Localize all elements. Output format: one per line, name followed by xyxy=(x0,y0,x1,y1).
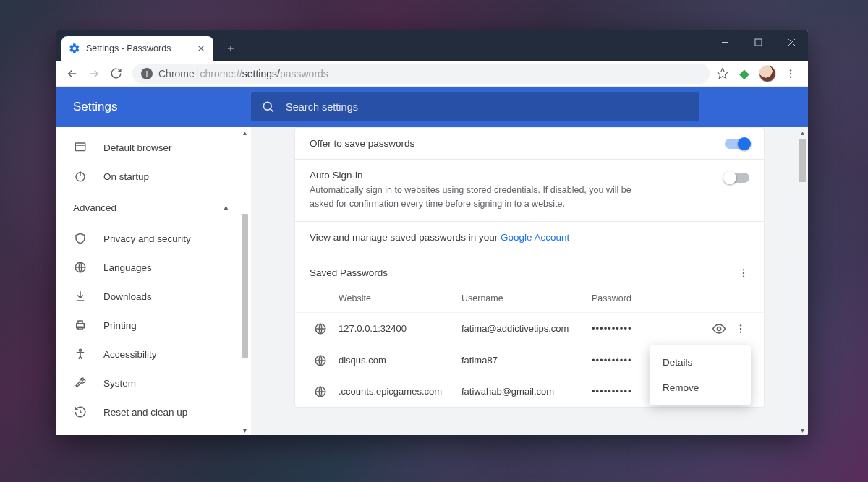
sidebar-label: Printing xyxy=(103,320,137,331)
globe-icon xyxy=(314,322,328,335)
svg-point-19 xyxy=(740,331,741,332)
sidebar-item-privacy[interactable]: Privacy and security xyxy=(56,224,250,253)
titlebar: Settings - Passwords xyxy=(56,30,808,61)
bookmark-star-icon[interactable] xyxy=(715,66,730,81)
settings-header: Settings xyxy=(56,87,808,127)
password-user: fatiwahab@gmail.com xyxy=(461,386,592,397)
shield-icon xyxy=(73,231,88,246)
download-icon xyxy=(73,289,88,304)
globe-icon xyxy=(314,354,328,367)
settings-title: Settings xyxy=(56,100,251,114)
row-auto-signin: Auto Sign-in Automatically sign in to we… xyxy=(295,159,764,221)
offer-save-label: Offer to save passwords xyxy=(310,138,725,149)
main-scrollbar[interactable]: ▴ ▾ xyxy=(797,127,808,435)
profile-avatar[interactable] xyxy=(759,65,776,82)
settings-search[interactable] xyxy=(251,92,699,121)
show-password-icon[interactable] xyxy=(712,322,729,336)
chrome-menu-icon[interactable] xyxy=(783,66,798,81)
wrench-icon xyxy=(73,376,88,390)
offer-save-toggle[interactable] xyxy=(725,139,749,149)
site-info-icon[interactable]: i xyxy=(141,68,153,79)
back-button[interactable] xyxy=(61,63,83,85)
power-icon xyxy=(73,169,88,184)
auto-signin-toggle[interactable] xyxy=(725,173,749,183)
password-site: .ccounts.epicgames.com xyxy=(339,386,461,397)
browser-icon xyxy=(73,140,88,155)
password-user: fatima87 xyxy=(461,355,592,366)
col-username: Username xyxy=(461,293,592,304)
svg-point-1 xyxy=(790,69,791,71)
row-offer-save: Offer to save passwords xyxy=(295,128,764,159)
scroll-up-icon[interactable]: ▴ xyxy=(239,127,250,137)
sidebar-item-languages[interactable]: Languages xyxy=(56,253,250,282)
scroll-thumb[interactable] xyxy=(242,214,248,358)
password-site: disqus.com xyxy=(339,355,461,366)
scroll-up-icon[interactable]: ▴ xyxy=(797,127,808,137)
svg-point-11 xyxy=(80,349,82,351)
passwords-card: Offer to save passwords Auto Sign-in Aut… xyxy=(294,127,765,408)
svg-point-14 xyxy=(743,275,744,277)
password-row[interactable]: disqus.com fatima87 •••••••••• Details R… xyxy=(295,345,764,376)
forward-button[interactable] xyxy=(83,63,105,85)
addr-sep: | xyxy=(196,68,199,79)
svg-point-17 xyxy=(740,324,741,326)
sidebar-item-printing[interactable]: Printing xyxy=(56,311,250,340)
extension-icon[interactable]: ◆ xyxy=(737,66,752,81)
svg-point-18 xyxy=(740,327,741,329)
auto-signin-desc: Automatically sign in to websites using … xyxy=(310,184,657,211)
sidebar-section-advanced[interactable]: Advanced ▲ xyxy=(56,191,250,224)
svg-point-2 xyxy=(790,72,791,74)
minimize-button[interactable] xyxy=(708,30,741,53)
password-row[interactable]: 127.0.0.1:32400 fatima@addictivetips.com… xyxy=(295,312,764,345)
sidebar-scrollbar[interactable]: ▴ ▾ xyxy=(239,127,250,435)
password-value: •••••••••• xyxy=(592,323,686,334)
chrome-window: Settings - Passwords i Chrome | chrome:/… xyxy=(56,30,808,435)
new-tab-button[interactable] xyxy=(221,38,241,59)
popup-details[interactable]: Details xyxy=(650,350,751,375)
scroll-down-icon[interactable]: ▾ xyxy=(797,425,808,435)
saved-passwords-title: Saved Passwords xyxy=(310,267,388,278)
svg-point-12 xyxy=(743,269,744,270)
scroll-down-icon[interactable]: ▾ xyxy=(239,425,250,435)
settings-search-input[interactable] xyxy=(286,101,689,113)
password-site: 127.0.0.1:32400 xyxy=(339,323,461,334)
password-row-popup: Details Remove xyxy=(650,345,751,405)
saved-passwords-menu-icon[interactable] xyxy=(738,267,749,279)
sidebar-label: System xyxy=(103,378,136,389)
tab-close-icon[interactable] xyxy=(196,43,206,53)
address-field[interactable]: i Chrome | chrome:// settings/ passwords xyxy=(132,64,710,84)
svg-point-3 xyxy=(790,76,791,77)
search-icon xyxy=(261,100,276,114)
sidebar-item-reset[interactable]: Reset and clean up xyxy=(56,397,250,426)
svg-point-16 xyxy=(718,327,721,330)
sidebar-label: Downloads xyxy=(103,291,152,302)
addr-path2: passwords xyxy=(280,68,328,79)
sidebar-label: Reset and clean up xyxy=(103,407,187,418)
svg-rect-9 xyxy=(78,321,82,324)
window-close-button[interactable] xyxy=(775,30,808,53)
sidebar-item-on-startup[interactable]: On startup xyxy=(56,162,250,191)
svg-point-4 xyxy=(263,102,271,110)
maximize-button[interactable] xyxy=(741,30,775,53)
scroll-thumb[interactable] xyxy=(799,139,806,182)
svg-rect-0 xyxy=(755,39,762,46)
sidebar-item-system[interactable]: System xyxy=(56,369,250,397)
google-account-link[interactable]: Google Account xyxy=(501,232,569,243)
globe-icon xyxy=(73,260,88,275)
globe-icon xyxy=(314,385,328,398)
password-user: fatima@addictivetips.com xyxy=(461,323,592,334)
col-password: Password xyxy=(592,293,686,304)
restore-icon xyxy=(73,405,88,419)
sidebar-item-accessibility[interactable]: Accessibility xyxy=(56,340,250,369)
sidebar-item-default-browser[interactable]: Default browser xyxy=(56,133,250,162)
popup-remove[interactable]: Remove xyxy=(650,375,751,400)
addr-scheme: chrome:// xyxy=(200,68,242,79)
settings-sidebar: Default browser On startup Advanced ▲ Pr… xyxy=(56,127,251,435)
sidebar-section-label: Advanced xyxy=(73,202,116,213)
browser-tab[interactable]: Settings - Passwords xyxy=(61,36,213,61)
address-bar: i Chrome | chrome:// settings/ passwords… xyxy=(56,61,808,87)
sidebar-item-downloads[interactable]: Downloads xyxy=(56,282,250,311)
print-icon xyxy=(73,318,88,332)
password-row-menu-icon[interactable] xyxy=(735,323,749,335)
reload-button[interactable] xyxy=(105,63,127,85)
